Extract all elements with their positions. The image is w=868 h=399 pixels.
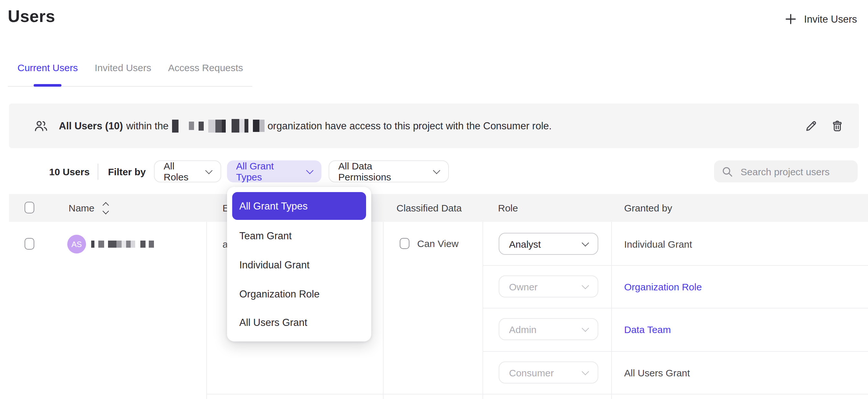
column-border xyxy=(611,222,612,399)
role-select-admin: Admin xyxy=(499,318,598,340)
all-data-permissions-label: All Data Permissions xyxy=(338,160,428,182)
redacted-user-name xyxy=(91,241,154,248)
search-box xyxy=(714,160,858,182)
all-data-permissions-filter[interactable]: All Data Permissions xyxy=(329,160,449,182)
column-header-role: Role xyxy=(498,203,518,213)
row-border xyxy=(206,394,868,395)
filter-divider xyxy=(98,163,98,180)
can-view-checkbox[interactable] xyxy=(400,238,409,249)
banner-text-pre: within the xyxy=(126,120,168,132)
plus-icon xyxy=(784,13,797,25)
tab-current-users[interactable]: Current Users xyxy=(18,62,78,73)
page-title: Users xyxy=(8,6,55,27)
users-page: Users Invite Users Current Users Invited… xyxy=(0,0,868,399)
user-count: 10 Users xyxy=(49,166,90,177)
dropdown-option-all-users-grant[interactable]: All Users Grant xyxy=(239,317,307,329)
role-select-value: Consumer xyxy=(509,367,554,378)
sort-icon[interactable] xyxy=(103,203,108,213)
filter-by-label: Filter by xyxy=(108,166,146,177)
row-checkbox[interactable] xyxy=(25,238,34,250)
invite-users-label: Invite Users xyxy=(804,13,857,25)
column-border xyxy=(206,222,207,399)
dropdown-option-organization-role[interactable]: Organization Role xyxy=(239,288,319,300)
role-select-value: Analyst xyxy=(509,238,541,249)
role-select-value: Admin xyxy=(509,324,536,335)
all-roles-label: All Roles xyxy=(164,160,200,182)
grant-types-dropdown-menu: All Grant Types Team Grant Individual Gr… xyxy=(227,187,371,341)
all-grant-types-filter[interactable]: All Grant Types xyxy=(227,160,321,182)
dropdown-option-individual-grant[interactable]: Individual Grant xyxy=(239,259,309,271)
role-select-value: Owner xyxy=(509,281,537,292)
role-select-analyst[interactable]: Analyst xyxy=(499,233,598,255)
column-header-name[interactable]: Name xyxy=(68,203,94,213)
tab-bar: Current Users Invited Users Access Reque… xyxy=(18,62,243,73)
dropdown-option-all-grant-types[interactable]: All Grant Types xyxy=(232,192,366,220)
tab-access-requests[interactable]: Access Requests xyxy=(168,62,243,73)
delete-trash-icon[interactable] xyxy=(831,119,843,132)
row-border xyxy=(483,351,868,352)
dropdown-option-team-grant[interactable]: Team Grant xyxy=(239,230,292,242)
column-border xyxy=(383,222,383,399)
people-icon xyxy=(34,119,49,132)
banner-text-post: organization have access to this project… xyxy=(268,120,552,132)
granted-by-all-users-grant: All Users Grant xyxy=(624,367,690,378)
chevron-down-icon xyxy=(433,167,440,174)
tab-invited-users[interactable]: Invited Users xyxy=(95,62,151,73)
granted-by-organization-role-link[interactable]: Organization Role xyxy=(624,281,702,292)
select-all-checkbox[interactable] xyxy=(25,202,34,213)
invite-users-button[interactable]: Invite Users xyxy=(784,13,857,25)
classified-data-cell: Can View xyxy=(400,238,459,249)
granted-by-individual-grant: Individual Grant xyxy=(624,239,692,250)
granted-by-data-team-link[interactable]: Data Team xyxy=(624,324,671,335)
row-border xyxy=(483,265,868,266)
column-header-granted-by: Granted by xyxy=(624,203,672,213)
search-input[interactable] xyxy=(739,165,850,178)
chevron-down-icon xyxy=(582,282,589,289)
can-view-label: Can View xyxy=(417,238,459,249)
role-select-consumer: Consumer xyxy=(499,362,598,383)
chevron-down-icon xyxy=(582,368,589,375)
redacted-org-name xyxy=(172,119,264,133)
banner-actions xyxy=(805,103,843,148)
chevron-down-icon xyxy=(582,239,589,247)
edit-pencil-icon[interactable] xyxy=(805,119,817,132)
table-header: Name Email Classified Data Role Granted … xyxy=(9,194,868,222)
banner-text-bold: All Users (10) xyxy=(59,120,123,132)
role-select-owner: Owner xyxy=(499,275,598,298)
all-users-banner: All Users (10) within the orga xyxy=(9,103,859,148)
row-border xyxy=(483,308,868,308)
active-tab-indicator xyxy=(34,84,61,87)
chevron-down-icon xyxy=(582,325,589,332)
column-border xyxy=(483,222,483,399)
chevron-down-icon xyxy=(205,167,213,174)
banner-text: All Users (10) within the orga xyxy=(59,119,552,133)
all-roles-filter[interactable]: All Roles xyxy=(154,160,221,182)
chevron-down-icon xyxy=(306,167,313,174)
avatar: AS xyxy=(67,235,86,253)
all-grant-types-label: All Grant Types xyxy=(236,160,301,182)
search-icon xyxy=(722,166,733,177)
column-header-classified-data: Classified Data xyxy=(397,203,462,213)
